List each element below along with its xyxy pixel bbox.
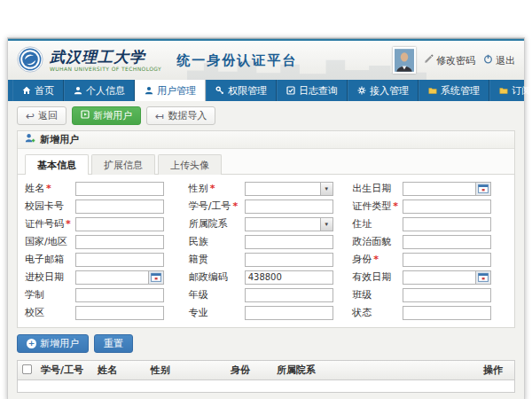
form-field: 证件号码* <box>25 216 180 231</box>
back-button[interactable]: ↩ 返回 <box>17 106 66 125</box>
field-label: 有效日期 <box>352 270 403 284</box>
panel-tab-0[interactable]: 基本信息 <box>25 154 89 175</box>
folder-icon <box>499 86 508 95</box>
date-input[interactable] <box>403 270 476 285</box>
empty-table-row <box>18 380 514 392</box>
back-button-label: 返回 <box>38 109 58 122</box>
text-input[interactable] <box>403 235 491 249</box>
text-input[interactable] <box>403 217 491 231</box>
back-arrow-icon: ↩ <box>26 111 35 121</box>
panel-tab-1[interactable]: 扩展信息 <box>91 154 155 175</box>
select-input[interactable] <box>245 182 320 196</box>
change-password-label: 修改密码 <box>436 54 475 67</box>
select-all-checkbox[interactable] <box>22 364 32 373</box>
text-input[interactable] <box>245 288 333 302</box>
text-input[interactable] <box>403 253 491 267</box>
field-label: 电子邮箱 <box>25 253 75 266</box>
calendar-icon[interactable] <box>476 270 491 285</box>
column-header: 性别 <box>146 361 226 380</box>
calendar-icon[interactable] <box>149 270 164 285</box>
nav-tab-0[interactable]: 首页 <box>12 80 64 101</box>
dropdown-arrow-icon[interactable]: ▼ <box>320 217 333 231</box>
nav-tab-label: 订阅管理 <box>512 84 532 98</box>
column-header: 姓名 <box>93 361 146 380</box>
form-field: 出生日期 <box>352 181 507 196</box>
home-icon <box>22 86 31 95</box>
reset-button[interactable]: 重置 <box>94 334 133 353</box>
form-field: 进校日期 <box>25 270 180 285</box>
column-header: 身份 <box>226 361 272 380</box>
users-table: 学号/工号姓名性别身份所属院系操作 <box>17 360 515 393</box>
nav-tab-7[interactable]: 订阅管理 <box>489 80 532 101</box>
nav-tab-label: 系统管理 <box>441 84 480 98</box>
nav-tab-label: 日志查询 <box>299 84 338 98</box>
text-input[interactable] <box>75 235 164 249</box>
panel-tab-2[interactable]: 上传头像 <box>158 154 222 175</box>
data-import-button[interactable]: ↤ 数据导入 <box>146 106 215 125</box>
text-input[interactable] <box>75 253 164 267</box>
required-asterisk: * <box>210 183 215 194</box>
text-input[interactable] <box>245 200 333 214</box>
add-user-icon <box>81 110 90 121</box>
field-label: 姓名* <box>25 182 75 195</box>
panel-tabs: 基本信息扩展信息上传头像 <box>18 149 514 175</box>
panel-header: 新增用户 <box>18 131 514 149</box>
nav-tab-3[interactable]: 权限管理 <box>206 80 277 101</box>
nav-tab-1[interactable]: 个人信息 <box>64 80 135 101</box>
form-field: 校区 <box>25 305 180 320</box>
field-label: 性别* <box>189 182 245 195</box>
power-icon <box>483 54 493 66</box>
field-label: 年级 <box>189 288 245 301</box>
logout-link[interactable]: 退出 <box>483 54 515 67</box>
text-input[interactable] <box>75 182 164 196</box>
date-input[interactable] <box>403 182 476 196</box>
field-label: 民族 <box>189 235 245 248</box>
form-field: 身份* <box>352 252 507 267</box>
submit-add-user-button[interactable]: + 新增用户 <box>17 334 89 353</box>
plus-circle-icon: + <box>27 339 36 348</box>
text-input[interactable] <box>403 288 491 302</box>
change-password-link[interactable]: 修改密码 <box>424 54 475 67</box>
table-header-row: 学号/工号姓名性别身份所属院系操作 <box>18 361 514 380</box>
nav-tab-label: 权限管理 <box>228 84 267 98</box>
form-field: 年级 <box>189 287 344 302</box>
form-field: 姓名* <box>25 181 180 196</box>
text-input[interactable] <box>75 217 164 231</box>
required-asterisk: * <box>393 200 398 212</box>
form-field: 住址 <box>352 216 507 231</box>
brand-block: 武汉理工大学 WUHAN UNIVERSITY OF TECHNOLOGY 统一… <box>17 46 297 75</box>
text-input[interactable] <box>75 306 164 320</box>
dropdown-arrow-icon[interactable]: ▼ <box>320 182 333 196</box>
data-import-label: 数据导入 <box>168 109 207 122</box>
nav-tab-2[interactable]: 用户管理 <box>135 80 206 101</box>
date-input[interactable] <box>75 270 149 285</box>
nav-tab-5[interactable]: 接入管理 <box>348 80 419 101</box>
calendar-icon[interactable] <box>476 182 491 196</box>
table-header-checkbox-cell <box>18 361 36 380</box>
nav-tab-6[interactable]: 系统管理 <box>419 80 489 101</box>
user-avatar[interactable] <box>393 47 416 74</box>
select-input[interactable] <box>245 217 320 231</box>
text-input[interactable] <box>403 200 491 214</box>
text-input[interactable] <box>403 306 491 320</box>
column-header: 操作 <box>479 361 514 380</box>
panel-tab-label: 上传头像 <box>170 160 209 171</box>
page-content: ↩ 返回 新增用户 ↤ 数据导入 新增用户 <box>8 101 524 399</box>
text-input[interactable] <box>75 288 164 302</box>
folder-icon <box>428 86 437 95</box>
nav-tab-4[interactable]: 日志查询 <box>277 80 348 101</box>
submit-add-user-label: 新增用户 <box>40 337 79 350</box>
field-label: 校区 <box>25 306 75 319</box>
text-input[interactable] <box>245 270 333 285</box>
university-logo-icon <box>17 46 43 75</box>
form-buttons-row: + 新增用户 重置 <box>17 334 515 353</box>
text-input[interactable] <box>245 235 333 249</box>
text-input[interactable] <box>245 306 333 320</box>
form-field: 状态 <box>352 305 507 320</box>
text-input[interactable] <box>245 253 333 267</box>
add-user-panel: 新增用户 基本信息扩展信息上传头像 姓名*性别*▼出生日期校园卡号学号/工号*证… <box>17 130 515 328</box>
field-label: 学号/工号* <box>189 200 245 213</box>
add-user-toolbar-button[interactable]: 新增用户 <box>72 106 141 125</box>
form-field: 有效日期 <box>352 270 507 285</box>
text-input[interactable] <box>75 200 164 214</box>
